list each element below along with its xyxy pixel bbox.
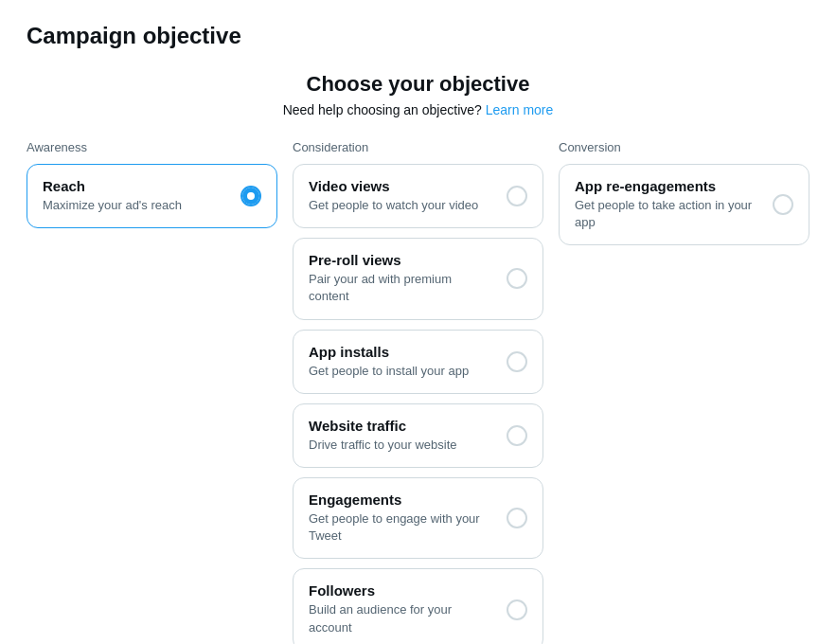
objective-card-reach[interactable]: ReachMaximize your ad's reach	[27, 164, 277, 228]
card-desc: Maximize your ad's reach	[43, 197, 229, 214]
card-text: Website trafficDrive traffic to your web…	[309, 418, 495, 454]
radio-circle	[240, 186, 261, 206]
card-text: App installsGet people to install your a…	[309, 344, 495, 380]
objective-card-engagements[interactable]: EngagementsGet people to engage with you…	[293, 477, 543, 559]
card-desc: Pair your ad with premium content	[309, 271, 495, 305]
objective-card-pre-roll-views[interactable]: Pre-roll viewsPair your ad with premium …	[293, 238, 543, 319]
column-consideration: ConsiderationVideo viewsGet people to wa…	[293, 140, 543, 644]
card-title: Website traffic	[309, 418, 495, 434]
objective-card-video-views[interactable]: Video viewsGet people to watch your vide…	[293, 164, 543, 228]
column-awareness: AwarenessReachMaximize your ad's reach	[27, 140, 277, 238]
card-text: Pre-roll viewsPair your ad with premium …	[309, 252, 495, 305]
radio-circle	[507, 186, 527, 206]
card-desc: Get people to engage with your Tweet	[309, 510, 495, 545]
card-title: Reach	[43, 178, 229, 194]
radio-circle	[507, 268, 527, 289]
card-desc: Get people to watch your video	[309, 197, 495, 214]
column-label-0: Awareness	[27, 140, 277, 154]
card-title: Video views	[309, 178, 495, 194]
learn-more-link[interactable]: Learn more	[486, 102, 554, 117]
objective-card-app-re-engagements[interactable]: App re-engagementsGet people to take act…	[559, 164, 809, 245]
card-title: App installs	[309, 344, 495, 360]
radio-circle	[507, 599, 527, 620]
objective-card-app-installs[interactable]: App installsGet people to install your a…	[293, 330, 543, 394]
radio-circle	[507, 425, 527, 446]
column-label-2: Conversion	[559, 140, 809, 154]
column-label-1: Consideration	[293, 140, 543, 154]
card-desc: Build an audience for your account	[309, 601, 495, 635]
card-desc: Get people to take action in your app	[575, 197, 761, 231]
objective-card-website-traffic[interactable]: Website trafficDrive traffic to your web…	[293, 403, 543, 468]
card-title: Followers	[309, 582, 495, 599]
card-text: EngagementsGet people to engage with you…	[309, 492, 495, 545]
card-desc: Get people to install your app	[309, 363, 495, 380]
radio-circle	[507, 351, 527, 372]
choose-objective-title: Choose your objective	[27, 72, 809, 97]
card-text: FollowersBuild an audience for your acco…	[309, 582, 495, 635]
card-text: App re-engagementsGet people to take act…	[575, 178, 761, 231]
card-text: Video viewsGet people to watch your vide…	[309, 178, 495, 214]
card-title: Pre-roll views	[309, 252, 495, 268]
column-conversion: ConversionApp re-engagementsGet people t…	[559, 140, 809, 255]
objective-columns: AwarenessReachMaximize your ad's reachCo…	[27, 140, 809, 644]
radio-circle	[507, 508, 527, 528]
page-title: Campaign objective	[27, 23, 809, 49]
card-title: Engagements	[309, 492, 495, 508]
objective-header: Choose your objective Need help choosing…	[27, 72, 809, 117]
radio-circle	[773, 194, 793, 215]
card-text: ReachMaximize your ad's reach	[43, 178, 229, 214]
card-desc: Drive traffic to your website	[309, 437, 495, 454]
card-title: App re-engagements	[575, 178, 761, 194]
help-text: Need help choosing an objective? Learn m…	[27, 102, 809, 117]
objective-card-followers[interactable]: FollowersBuild an audience for your acco…	[293, 568, 543, 644]
